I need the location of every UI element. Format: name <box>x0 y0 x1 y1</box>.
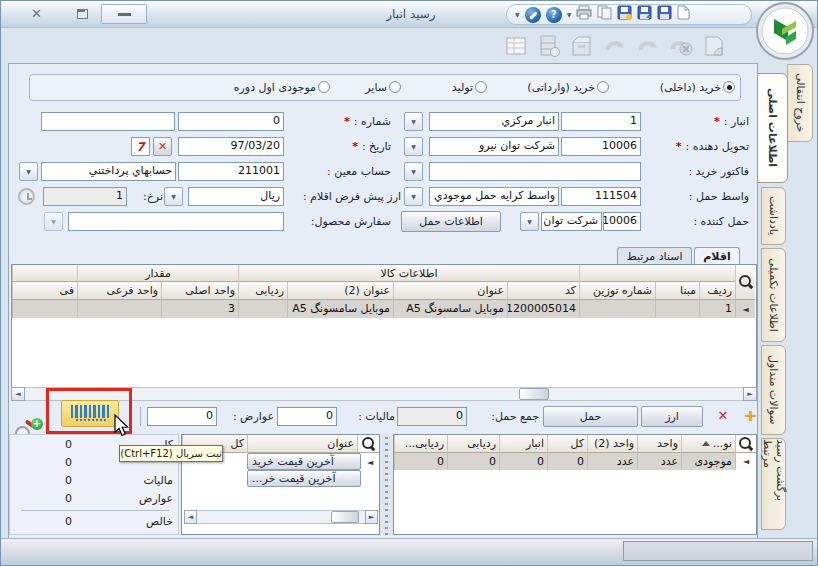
cell-code[interactable]: 1200005014 <box>507 300 579 318</box>
calendar-icon[interactable]: 7 <box>131 137 150 156</box>
transport-button[interactable]: حمل <box>543 406 638 427</box>
radio-purchase-domestic[interactable] <box>723 81 735 93</box>
transport-info-button[interactable]: اطلاعات حمل <box>401 211 501 232</box>
col-main-unit[interactable]: واحد اصلی <box>161 282 238 300</box>
deliverer-name-field[interactable]: شرکت توان نیرو <box>429 137 559 156</box>
tax-field[interactable]: 0 <box>277 407 337 426</box>
scroll-right-icon[interactable]: ► <box>743 387 757 401</box>
transport-agent-name-field[interactable]: واسط کرایه حمل موجودي ها <box>429 187 559 206</box>
pane-splitter[interactable] <box>380 434 393 535</box>
scroll-left-icon[interactable]: ◄ <box>11 387 25 401</box>
stock-col-tracking[interactable]: ردیابی <box>447 435 499 453</box>
stock-cell-total[interactable]: 0 <box>547 453 587 470</box>
price-scroll-left-icon[interactable]: ◄ <box>184 510 197 524</box>
undo-arrow-icon[interactable] <box>603 34 627 58</box>
minimize-button[interactable] <box>101 4 147 24</box>
radio-production[interactable] <box>475 81 487 93</box>
currency-field[interactable]: ریال <box>188 187 284 206</box>
warehouse-name-field[interactable]: انبار مرکزي <box>429 112 559 131</box>
archive-cabinet-icon[interactable] <box>537 34 561 58</box>
cell-row[interactable]: 1 <box>699 300 735 318</box>
rate-history-clock-icon[interactable] <box>18 188 35 205</box>
cancel-document-icon[interactable] <box>669 34 693 58</box>
tab-transfer-exit[interactable]: خروج انتقالی <box>787 64 813 142</box>
tab-main-info[interactable]: اطلاعات اصلی <box>757 73 788 183</box>
help-icon[interactable]: ? <box>546 7 562 23</box>
cell-weighing-number[interactable] <box>579 300 655 318</box>
date-field[interactable]: 97/03/20 <box>178 137 284 156</box>
col-row[interactable]: ردیف <box>699 282 735 300</box>
manual-number-field[interactable] <box>41 112 175 131</box>
col-tracking[interactable]: ردیابی <box>238 282 287 300</box>
stock-grid-search-cell[interactable] <box>735 435 756 453</box>
col-weighing-number[interactable]: شماره توزین <box>579 282 655 300</box>
stock-cell-unit[interactable]: عدد <box>637 453 681 470</box>
col-code[interactable]: کد <box>507 282 579 300</box>
cell-basis[interactable] <box>655 300 699 318</box>
stock-col-type[interactable]: نو... <box>681 435 735 453</box>
close-icon[interactable]: ✕ <box>31 6 42 21</box>
transport-total-field[interactable]: 0 <box>397 407 467 426</box>
stock-cell-tracking-2[interactable]: 0 <box>394 453 447 470</box>
warehouse-code-field[interactable]: 1 <box>561 112 641 131</box>
cell-title-2[interactable]: موبایل سامسونگ A5 <box>287 300 393 318</box>
add-row-icon[interactable]: + <box>743 407 758 425</box>
cell-tracking[interactable] <box>238 300 287 318</box>
save-as-icon[interactable] <box>637 5 652 24</box>
tab-additional-info[interactable]: اطلاعات تکمیلی <box>761 248 786 342</box>
tab-items[interactable]: اقلام <box>694 247 740 265</box>
tab-faq[interactable]: سوالات متداول <box>761 345 786 435</box>
delete-row-icon[interactable]: ✕ <box>715 407 731 425</box>
radio-opening-stock[interactable] <box>318 81 330 93</box>
col-price[interactable]: فی <box>12 282 77 300</box>
print-icon[interactable] <box>576 5 592 24</box>
cell-title[interactable]: موبایل سامسونگ A5 <box>393 300 507 318</box>
price-col-title[interactable]: عنوان <box>247 435 357 453</box>
toolbar-menu-caret-icon[interactable]: ▼ <box>515 11 520 18</box>
deliverer-dropdown[interactable]: ▼ <box>404 137 423 156</box>
tools-icon[interactable] <box>525 7 541 23</box>
ledger-account-code-field[interactable]: 211001 <box>178 162 284 181</box>
stock-col-total[interactable]: کل <box>547 435 587 453</box>
currency-dropdown[interactable]: ▼ <box>164 187 183 206</box>
new-document-icon[interactable] <box>677 5 690 24</box>
rate-field[interactable]: 1 <box>43 187 127 206</box>
number-field[interactable]: 0 <box>178 112 284 131</box>
weighing-table-icon[interactable] <box>506 36 528 56</box>
save-icon[interactable] <box>617 5 632 24</box>
grid-search-cell[interactable] <box>735 265 755 300</box>
redo-arrow-icon[interactable] <box>636 34 660 58</box>
tab-related-receipt-return[interactable]: برگشت رسید مرتبط <box>761 438 786 530</box>
help-caret-icon[interactable]: ▼ <box>567 11 572 18</box>
ledger-account-dropdown[interactable]: ▼ <box>19 162 38 181</box>
copy-icon[interactable] <box>597 5 612 24</box>
purchase-invoice-field[interactable] <box>429 162 641 181</box>
stock-cell-tracking[interactable]: 0 <box>447 453 499 470</box>
stock-col-warehouse[interactable]: انبار <box>499 435 547 453</box>
duties-field[interactable]: 0 <box>147 407 217 426</box>
date-clear-button[interactable]: ✕ <box>153 137 172 156</box>
stock-col-unit[interactable]: واحد <box>637 435 681 453</box>
tab-related-documents[interactable]: اسناد مرتبط <box>617 247 692 265</box>
purchase-invoice-dropdown[interactable]: ▼ <box>404 162 423 181</box>
carrier-code-field[interactable]: 10006 <box>603 212 641 231</box>
price-row-last-purchase[interactable]: آخرین قیمت خرید <box>247 453 361 470</box>
cell-price[interactable] <box>12 300 77 318</box>
stock-cell-warehouse[interactable]: 0 <box>499 453 547 470</box>
price-scroll-right-icon[interactable]: ► <box>365 510 378 524</box>
ledger-account-name-field[interactable]: حسابهاي پرداختني <box>41 162 176 181</box>
stock-col-unit-2[interactable]: واحد (2) <box>587 435 637 453</box>
product-order-field[interactable] <box>68 212 284 231</box>
currency-button[interactable]: ارز <box>641 406 703 427</box>
scroll-thumb[interactable] <box>519 388 549 400</box>
transport-agent-dropdown[interactable]: ▼ <box>404 187 423 206</box>
col-title-2[interactable]: عنوان (2) <box>287 282 393 300</box>
cell-sub-unit[interactable] <box>77 300 161 318</box>
tab-note[interactable]: یادداشت <box>761 187 786 245</box>
carrier-dropdown[interactable]: ▼ <box>520 212 539 231</box>
cell-main-unit[interactable]: 3 <box>161 300 238 318</box>
stock-cell-unit-2[interactable]: عدد <box>587 453 637 470</box>
carrier-name-field[interactable]: شرکت توان <box>541 212 602 231</box>
price-grid-search-cell[interactable] <box>357 435 379 453</box>
save-all-icon[interactable] <box>657 5 672 24</box>
